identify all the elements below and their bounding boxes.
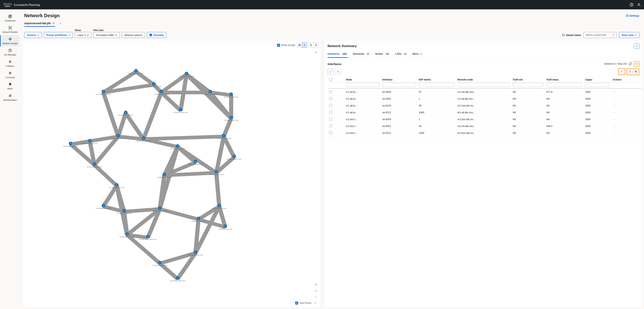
topology-node[interactable]: er1.nyc.lab.cisco.com — [96, 204, 111, 209]
topology-node[interactable]: cr1.chi.lab.cisco.com — [111, 134, 125, 139]
save-view-button[interactable]: Save view — [619, 32, 639, 38]
column-header[interactable]: Interface — [381, 77, 417, 82]
column-filter-input[interactable] — [458, 83, 510, 87]
column-filter-input[interactable] — [346, 83, 379, 87]
row-checkbox[interactable] — [329, 97, 332, 100]
row-actions-icon[interactable]: ··· — [613, 125, 616, 128]
sidebar-item-network-design[interactable]: Network Design — [0, 35, 20, 46]
edit-icon[interactable] — [328, 69, 334, 74]
topology-node[interactable]: cr1.hst.lab.cisco.com — [209, 170, 224, 176]
column-header[interactable]: Remote node — [456, 77, 511, 82]
column-header[interactable]: Traff meas — [545, 77, 584, 82]
topology-node[interactable]: cr1.bos.lab.cisco.com — [63, 142, 78, 147]
settings-link[interactable]: Settings — [626, 14, 639, 17]
network-options-button[interactable]: Network options — [122, 32, 145, 38]
refresh-icon[interactable] — [629, 62, 632, 66]
topology-node[interactable]: er1.sjc.lab.cisco.com — [174, 108, 188, 113]
zoom-in-icon[interactable] — [314, 288, 318, 293]
row-checkbox[interactable] — [329, 104, 332, 107]
schematic-view-icon[interactable] — [302, 42, 307, 48]
column-header[interactable]: Node — [344, 77, 380, 82]
row-checkbox[interactable] — [329, 131, 332, 134]
row-checkbox[interactable] — [329, 124, 332, 127]
recenter-icon[interactable] — [313, 300, 318, 306]
column-filter-input[interactable] — [419, 83, 454, 87]
topology-canvas[interactable]: er1.sea.lab.cisco.comcr2.sea.lab.cisco.c… — [23, 48, 320, 308]
saved-view-select[interactable]: Select a saved view — [584, 32, 617, 38]
table-row[interactable]: cr1.bos.l...xe-0/1/11000er1.bos.lab.cis.… — [328, 130, 642, 136]
user-icon[interactable] — [637, 3, 641, 7]
topology-node[interactable]: cr2.nyc.lab.cisco.com — [109, 183, 124, 188]
topology-node[interactable]: er1.atl.lab.cisco.com — [218, 224, 232, 230]
topology-node[interactable]: cr2.kcy.lab.cisco.com — [170, 144, 185, 150]
topology-node[interactable]: cr2.wdc.lab.cisco.com — [120, 232, 135, 238]
row-actions-icon[interactable]: ··· — [613, 104, 616, 107]
simulate-button[interactable]: Simulate — [147, 32, 166, 38]
show-groups-checkbox[interactable]: Show Groups — [277, 44, 296, 47]
column-filter-input[interactable] — [382, 83, 416, 87]
topology-node[interactable]: er1.mia.lab.cisco.com — [170, 276, 185, 282]
add-tab-button[interactable]: ＋ — [58, 21, 62, 27]
sidebar-item-licensing[interactable]: Licensing — [0, 69, 20, 80]
sidebar-item-job-manager[interactable]: Job Manager — [0, 46, 20, 58]
tab-nodes[interactable]: Nodes33 — [375, 51, 390, 58]
topology-node[interactable]: er1.wdc.tlc.lab.cisco.com — [139, 235, 156, 240]
row-actions-icon[interactable]: ··· — [613, 91, 616, 93]
summary-list-icon[interactable] — [634, 43, 639, 49]
table-row[interactable]: cr1.atl.la...xe-0/1/11000er1.atl.lab.cis… — [328, 109, 642, 116]
topology-node[interactable]: er1.bos.lab.cisco.com — [82, 139, 98, 144]
table-row[interactable]: cr1.atl.la...xe-0/1/036cr2.mia.lab.cis..… — [328, 102, 642, 109]
topology-node[interactable]: er1.chi.lab.cisco.com — [118, 110, 133, 116]
row-actions-icon[interactable]: ··· — [613, 118, 616, 121]
sidebar-item-collector[interactable]: Collector — [0, 58, 20, 69]
table-row[interactable]: cr1.bos.l...xe-0/0/143cr2.chi.lab.cisc..… — [328, 123, 642, 130]
topology-node[interactable]: cr1.atl.lab.cisco.com — [212, 204, 226, 209]
plot-view-dropdown[interactable]: Simulated traffic — [93, 32, 120, 38]
table-row[interactable]: cr1.atl.la...xe-0/0/037cr1.hst.lab.cisc.… — [328, 88, 642, 96]
column-header[interactable]: Traff sim — [511, 77, 545, 82]
row-checkbox[interactable] — [329, 118, 332, 120]
preset-workflows-button[interactable]: Preset workflows — [44, 32, 73, 38]
row-checkbox[interactable] — [329, 111, 332, 114]
zoom-out-icon[interactable] — [314, 294, 318, 300]
column-filter-input[interactable] — [546, 83, 582, 87]
topology-node[interactable]: er1.kcy.lab.cisco.com — [188, 160, 203, 165]
delete-icon[interactable] — [335, 69, 341, 74]
row-actions-icon[interactable]: ··· — [613, 98, 616, 100]
topology-node[interactable]: cr2.lax.lab.cisco.com — [203, 90, 218, 95]
dense-list-view-icon[interactable] — [633, 69, 638, 74]
sidebar-item-administration[interactable]: Administration — [0, 92, 20, 103]
topology-node[interactable]: cr2.hst.lab.cisco.com — [216, 134, 231, 139]
column-header[interactable]: IGP metric — [417, 77, 456, 82]
topology-node[interactable]: cr1.wdc.lab.cisco.com — [152, 206, 167, 212]
topology-node[interactable]: cr2.chi.lab.cisco.com — [136, 136, 151, 142]
geo-view-icon[interactable] — [297, 42, 302, 48]
column-header[interactable]: Capac — [584, 77, 611, 82]
close-icon[interactable]: ✕ — [52, 22, 55, 25]
topology-node[interactable]: cr2.atl.lab.cisco.com — [191, 217, 206, 222]
topology-node[interactable]: cr1.kcy.lab.cisco.com — [157, 173, 172, 178]
show-dropdown[interactable]: Layer 3 — [75, 32, 92, 38]
tab-lsps[interactable]: LSPs0 — [395, 51, 408, 58]
help-icon[interactable] — [630, 3, 634, 7]
row-actions-icon[interactable]: ··· — [613, 132, 616, 134]
topology-node[interactable]: cr1.mia.lab.cisco.com — [152, 261, 167, 266]
topology-node[interactable]: cr1.sjc.lab.cisco.com — [154, 90, 168, 95]
table-settings-icon[interactable] — [634, 61, 639, 66]
auto-focus-checkbox[interactable]: Auto-Focus — [295, 302, 311, 304]
topology-node[interactable]: cr1.lax.lab.cisco.com — [224, 116, 238, 121]
tab-demands[interactable]: Demands0 — [353, 51, 370, 58]
list-view-icon[interactable] — [628, 69, 632, 74]
topology-node[interactable]: cr2.bos.lab.cisco.com — [87, 162, 102, 168]
tab-more[interactable]: More — [412, 51, 422, 58]
row-actions-icon[interactable]: ··· — [613, 111, 616, 114]
topology-node[interactable]: cr1.nyc.lab.cisco.com — [116, 209, 132, 214]
topology-node[interactable]: er1.lax.lab.cisco.com — [224, 92, 238, 98]
list-icon[interactable] — [314, 282, 318, 287]
filter-view-icon[interactable] — [619, 69, 624, 74]
column-filter-input[interactable] — [585, 83, 610, 87]
column-header[interactable]: Actions — [611, 77, 642, 82]
topology-node[interactable]: cr2.sjc.lab.cisco.com — [179, 72, 194, 77]
table-row[interactable]: cr1.atl.la...xe-0/0/11cr2.atl.lab.cisc..… — [328, 96, 642, 102]
tab-interfaces[interactable]: Interfaces100 — [328, 51, 348, 58]
